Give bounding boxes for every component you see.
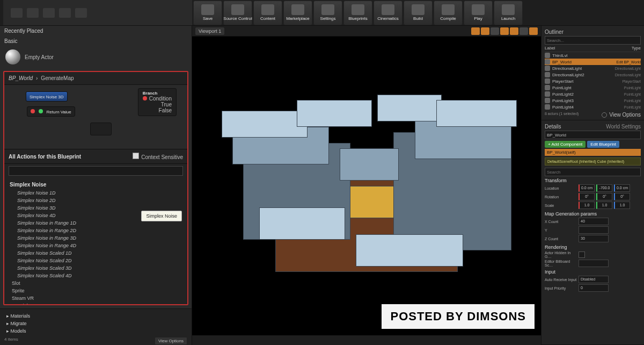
mapgen-header[interactable]: Map Generation params xyxy=(545,210,641,217)
location-x-input[interactable]: 0.0 cm xyxy=(579,184,595,192)
view-options-button[interactable]: View Options xyxy=(602,112,641,118)
transform-header[interactable]: Transform xyxy=(545,176,641,184)
tree-item[interactable]: Simplex Noise Scaled 4D xyxy=(4,272,187,279)
viewport-mode-button[interactable] xyxy=(519,27,528,35)
toolbar-marketplace-button[interactable]: Marketplace xyxy=(283,1,312,25)
visibility-eye-icon[interactable] xyxy=(545,53,550,58)
outliner-row[interactable]: DirectionalLight2DirectionalLight xyxy=(545,71,641,78)
graph-node-return[interactable]: Return Value xyxy=(27,106,75,117)
visibility-eye-icon[interactable] xyxy=(545,104,550,110)
actor-hidden-checkbox[interactable] xyxy=(579,251,585,258)
viewport-mode-button[interactable] xyxy=(491,27,499,35)
billboard-input[interactable] xyxy=(579,260,609,267)
toolbar-cinematics-button[interactable]: Cinematics xyxy=(374,1,402,25)
outliner-row[interactable]: PlayerStartPlayerStart xyxy=(545,78,641,84)
mode-tab[interactable] xyxy=(11,8,23,18)
tree-item[interactable]: Simplex Noise Scaled 2D xyxy=(4,257,187,264)
viewport-mode-button[interactable] xyxy=(471,27,480,35)
outliner-row[interactable]: PointLight4PointLight xyxy=(545,104,641,110)
component-root-row[interactable]: BP_World(self) xyxy=(545,149,641,156)
visibility-eye-icon[interactable] xyxy=(545,59,550,64)
empty-actor-item[interactable]: Empty Actor xyxy=(0,46,192,68)
tree-item[interactable]: Slot xyxy=(4,279,187,287)
tree-item[interactable]: Simplex Noise Scaled 3D xyxy=(4,264,187,272)
tree-item[interactable]: Simplex Noise in Range 4D xyxy=(4,242,187,249)
add-component-button[interactable]: + Add Component xyxy=(545,141,586,148)
tree-category[interactable]: Simplex Noise xyxy=(4,180,187,189)
details-tab[interactable]: Details xyxy=(545,124,561,130)
location-z-input[interactable]: 0.0 cm xyxy=(614,184,630,192)
viewport-tab[interactable]: Viewport 1 xyxy=(195,27,224,35)
content-folder[interactable]: ▸ Materials xyxy=(4,312,187,320)
actions-search-input[interactable] xyxy=(9,166,183,176)
rotation-x-input[interactable]: 0° xyxy=(579,193,595,200)
blueprint-graph[interactable]: Simplex Noise 3D Return Value Branch Con… xyxy=(4,85,187,149)
toolbar-blueprints-button[interactable]: Blueprints xyxy=(343,1,372,25)
tree-item[interactable]: Simplex Noise in Range 2D xyxy=(4,227,187,234)
tree-item[interactable]: Simplex Noise 2D xyxy=(4,197,187,204)
rotation-y-input[interactable]: 0° xyxy=(596,193,612,200)
toolbar-launch-button[interactable]: Launch xyxy=(494,1,523,25)
toolbar-save-button[interactable]: Save xyxy=(193,1,222,25)
scale-x-input[interactable]: 1.0 xyxy=(579,202,595,209)
viewport-mode-button[interactable] xyxy=(481,27,489,35)
breadcrumb[interactable]: BP_World › GenerateMap xyxy=(4,72,187,85)
toolbar-content-button[interactable]: Content xyxy=(253,1,282,25)
toolbar-settings-button[interactable]: Settings xyxy=(313,1,342,25)
tree-item[interactable]: Steam VR xyxy=(4,294,187,302)
outliner-col-label[interactable]: Label xyxy=(545,46,555,51)
toolbar-play-button[interactable]: Play xyxy=(464,1,493,25)
visibility-eye-icon[interactable] xyxy=(545,72,550,77)
visibility-eye-icon[interactable] xyxy=(545,91,550,97)
visibility-eye-icon[interactable] xyxy=(545,78,550,84)
visibility-eye-icon[interactable] xyxy=(545,66,550,71)
outliner-row[interactable]: ThirdLvl xyxy=(545,52,641,59)
viewport-3d[interactable]: POSTED BY DIMSONS xyxy=(192,37,541,335)
tree-item[interactable]: Tutorial xyxy=(4,302,187,304)
mode-tab[interactable] xyxy=(27,8,39,18)
tree-item[interactable]: Sprite xyxy=(4,287,187,294)
world-settings-tab[interactable]: World Settings xyxy=(606,124,641,130)
toolbar-compile-button[interactable]: Compile xyxy=(434,1,463,25)
zcount-input[interactable]: 30 xyxy=(579,235,609,242)
view-options-button[interactable]: View Options xyxy=(155,337,187,345)
graph-node-simplex[interactable]: Simplex Noise 3D xyxy=(26,91,68,102)
outliner-row[interactable]: PointLight3PointLight xyxy=(545,97,641,104)
tree-item[interactable]: Simplex Noise 1D xyxy=(4,189,187,197)
visibility-eye-icon[interactable] xyxy=(545,98,550,103)
mode-tab[interactable] xyxy=(59,8,71,18)
input-priority-input[interactable]: 0 xyxy=(579,284,609,292)
rotation-z-input[interactable]: 0° xyxy=(614,193,630,200)
visibility-eye-icon[interactable] xyxy=(545,85,550,90)
location-y-input[interactable]: -700.0 cm xyxy=(596,184,612,192)
auto-receive-dropdown[interactable]: Disabled xyxy=(579,276,609,283)
mode-tab[interactable] xyxy=(75,8,87,18)
tree-item[interactable]: Simplex Noise Scaled 1D xyxy=(4,249,187,257)
context-sensitive-toggle[interactable]: Context Sensitive xyxy=(133,153,183,160)
outliner-row[interactable]: DirectionalLightDirectionalLight xyxy=(545,65,641,71)
viewport-mode-button[interactable] xyxy=(529,27,538,35)
toolbar-source-control-button[interactable]: Source Control xyxy=(223,1,252,25)
scale-y-input[interactable]: 1.0 xyxy=(596,202,612,209)
details-search-input[interactable] xyxy=(545,168,641,176)
outliner-col-type[interactable]: Type xyxy=(632,46,641,51)
content-folder[interactable]: ▸ Models xyxy=(4,327,187,335)
edit-blueprint-button[interactable]: Edit Blueprint xyxy=(587,141,619,148)
scale-z-input[interactable]: 1.0 xyxy=(614,202,630,209)
rendering-header[interactable]: Rendering xyxy=(545,243,641,250)
outliner-row[interactable]: PointLight2PointLight xyxy=(545,91,641,97)
outliner-search-input[interactable] xyxy=(545,36,641,45)
toolbar-build-button[interactable]: Build xyxy=(404,1,433,25)
input-header[interactable]: Input xyxy=(545,268,641,275)
object-name-field[interactable] xyxy=(545,131,641,139)
outliner-row[interactable]: BP_WorldEdit BP_World xyxy=(545,59,641,65)
outliner-row[interactable]: PointLightPointLight xyxy=(545,84,641,91)
graph-node-small[interactable] xyxy=(90,123,112,135)
mode-tab[interactable] xyxy=(43,8,55,18)
graph-node-branch[interactable]: Branch Condition True False xyxy=(138,88,177,116)
actions-tree[interactable]: Simplex Noise Simplex Noise 1DSimplex No… xyxy=(4,178,187,304)
viewport-mode-button[interactable] xyxy=(500,27,509,35)
tree-item[interactable]: Simplex Noise in Range 3D xyxy=(4,234,187,242)
y-input[interactable] xyxy=(579,226,609,234)
xcount-input[interactable]: 40 xyxy=(579,218,609,225)
